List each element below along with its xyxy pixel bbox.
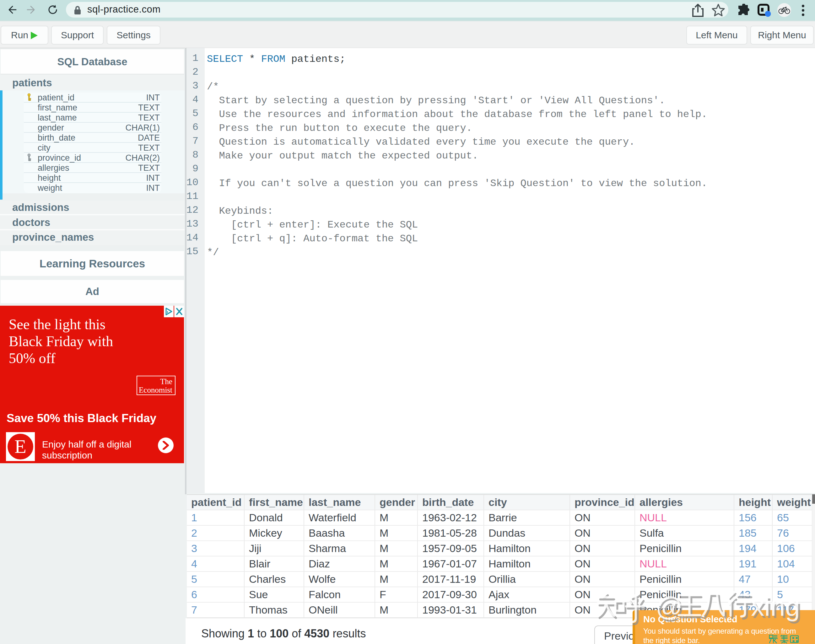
svg-text:@: @ xyxy=(655,592,683,621)
svg-text:xing: xing xyxy=(751,592,800,621)
